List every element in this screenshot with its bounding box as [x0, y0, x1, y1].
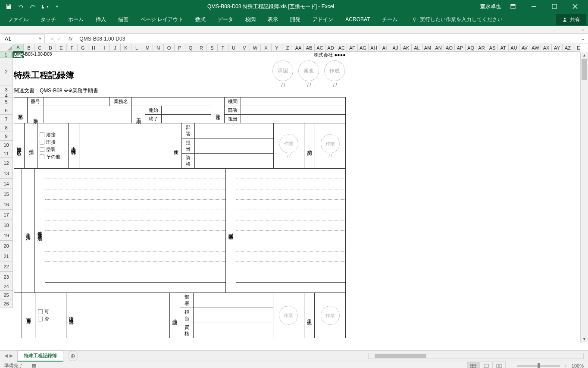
col-header[interactable]: X — [261, 44, 272, 52]
col-header[interactable]: G — [78, 44, 88, 52]
row-header[interactable]: 12 — [0, 158, 13, 168]
tab-navigation[interactable]: ◀▶ — [0, 353, 17, 359]
col-header[interactable]: Z — [282, 44, 293, 52]
col-header[interactable]: M — [142, 44, 153, 52]
scroll-up-icon[interactable]: ▲ — [581, 52, 588, 59]
sheet-tab-active[interactable]: 特殊工程記録簿 — [17, 350, 63, 362]
view-page-break-icon[interactable] — [493, 362, 506, 368]
ribbon-tab-タッチ[interactable]: タッチ — [34, 13, 62, 26]
col-header[interactable]: AM — [422, 44, 433, 52]
horizontal-scrollbar[interactable] — [368, 353, 584, 359]
user-name[interactable]: 室永卓也 — [480, 3, 501, 10]
ribbon-tab-開発[interactable]: 開発 — [284, 13, 307, 26]
row-header[interactable]: 24 — [0, 282, 13, 291]
scroll-thumb[interactable] — [582, 59, 587, 80]
ribbon-tab-アドイン[interactable]: アドイン — [307, 13, 339, 26]
col-header[interactable]: W — [250, 44, 261, 52]
row-header[interactable]: 11 — [0, 149, 13, 158]
minimize-icon[interactable] — [525, 0, 542, 13]
col-header[interactable]: AV — [519, 44, 530, 52]
col-header[interactable]: E — [573, 44, 584, 52]
col-header[interactable]: E — [56, 44, 67, 52]
col-header[interactable]: V — [239, 44, 250, 52]
ribbon-tab-ACROBAT[interactable]: ACROBAT — [339, 13, 376, 26]
save-icon[interactable] — [4, 2, 13, 11]
row-header[interactable]: 1 — [0, 52, 13, 58]
macro-icon[interactable]: ▦ — [32, 363, 36, 368]
col-header[interactable]: R — [196, 44, 207, 52]
col-header[interactable]: AT — [498, 44, 509, 52]
col-header[interactable]: J — [110, 44, 121, 52]
zoom-level[interactable]: 100% — [572, 363, 584, 368]
row-header[interactable]: 25 — [0, 291, 13, 299]
ribbon-tab-校閲[interactable]: 校閲 — [239, 13, 262, 26]
col-header[interactable]: AC — [315, 44, 325, 52]
row-header[interactable]: 14 — [0, 179, 13, 189]
col-header[interactable]: AD — [325, 44, 336, 52]
scroll-down-icon[interactable]: ▼ — [581, 336, 588, 343]
col-header[interactable]: AH — [369, 44, 379, 52]
formula-bar[interactable]: QMS-B08-1.00-D03 — [76, 36, 578, 42]
touch-mode-icon[interactable]: ▼ — [41, 2, 49, 11]
col-header[interactable]: AP — [455, 44, 466, 52]
ribbon-tab-描画[interactable]: 描画 — [112, 13, 134, 26]
grid[interactable]: QMS-B08-1.00-D03 株式会社 ●●●● 特殊工程記録簿 承認/ /… — [13, 52, 580, 343]
ribbon-tab-チーム[interactable]: チーム — [376, 13, 403, 26]
col-header[interactable]: Y — [272, 44, 282, 52]
row-header[interactable]: 22 — [0, 261, 13, 272]
col-header[interactable]: T — [218, 44, 228, 52]
close-icon[interactable] — [566, 0, 584, 13]
ribbon-tab-挿入[interactable]: 挿入 — [90, 13, 112, 26]
row-headers[interactable]: 1234567891011121314151617181920212223242… — [0, 52, 13, 308]
checkbox-hi[interactable]: 否 — [38, 315, 63, 323]
col-header[interactable]: Q — [185, 44, 196, 52]
col-header[interactable]: AK — [401, 44, 412, 52]
row-header[interactable]: 13 — [0, 168, 13, 179]
formula-expand-icon[interactable]: ⌄ — [578, 36, 588, 41]
col-header[interactable]: O — [164, 44, 175, 52]
col-header[interactable]: AL — [412, 44, 422, 52]
checkbox-ka[interactable]: 可 — [38, 308, 63, 315]
qat-customize-icon[interactable]: ▾ — [53, 2, 61, 11]
zoom-slider[interactable] — [517, 365, 560, 367]
row-header[interactable]: 6 — [0, 106, 13, 115]
row-header[interactable]: 2 — [0, 58, 13, 85]
col-header[interactable]: AZ — [563, 44, 573, 52]
col-header[interactable]: AI — [379, 44, 390, 52]
row-header[interactable]: 5 — [0, 98, 13, 106]
cancel-formula-icon[interactable]: ✕ — [50, 36, 54, 42]
row-header[interactable]: 19 — [0, 230, 13, 241]
maximize-icon[interactable] — [546, 0, 563, 13]
row-header[interactable]: 17 — [0, 210, 13, 220]
fx-icon[interactable]: fx — [65, 36, 76, 42]
col-header[interactable]: AU — [509, 44, 519, 52]
view-page-layout-icon[interactable] — [480, 362, 493, 368]
row-header[interactable]: 7 — [0, 115, 13, 123]
column-headers[interactable]: ABCDEFGHIJKLMNOPQRSTUVWXYZAAABACADAEAFAG… — [13, 44, 580, 52]
ribbon-tab-数式[interactable]: 数式 — [189, 13, 212, 26]
row-header[interactable]: 16 — [0, 199, 13, 210]
col-header[interactable]: AB — [304, 44, 315, 52]
add-sheet-button[interactable]: ⊕ — [68, 351, 78, 361]
undo-icon[interactable] — [16, 2, 25, 11]
col-header[interactable]: A — [13, 44, 24, 52]
col-header[interactable]: AE — [336, 44, 347, 52]
chevron-down-icon[interactable]: ▼ — [38, 37, 42, 41]
col-header[interactable]: AO — [444, 44, 455, 52]
hscroll-thumb[interactable] — [375, 354, 426, 358]
col-header[interactable]: AG — [358, 44, 369, 52]
row-header[interactable]: 26 — [0, 299, 13, 308]
ribbon-expand-icon[interactable]: ⌄ — [581, 27, 585, 31]
col-header[interactable]: P — [175, 44, 185, 52]
select-all-button[interactable] — [0, 44, 13, 52]
checkbox-塗装[interactable]: 塗装 — [40, 146, 66, 153]
col-header[interactable]: AA — [293, 44, 304, 52]
col-header[interactable]: AQ — [466, 44, 476, 52]
col-header[interactable]: L — [131, 44, 142, 52]
row-header[interactable]: 4 — [0, 94, 13, 98]
col-header[interactable]: AY — [552, 44, 563, 52]
col-header[interactable]: AW — [530, 44, 541, 52]
tell-me-search[interactable]: 実行したい作業を入力してください — [412, 16, 503, 23]
checkbox-圧接[interactable]: 圧接 — [40, 138, 66, 146]
col-header[interactable]: I — [99, 44, 110, 52]
